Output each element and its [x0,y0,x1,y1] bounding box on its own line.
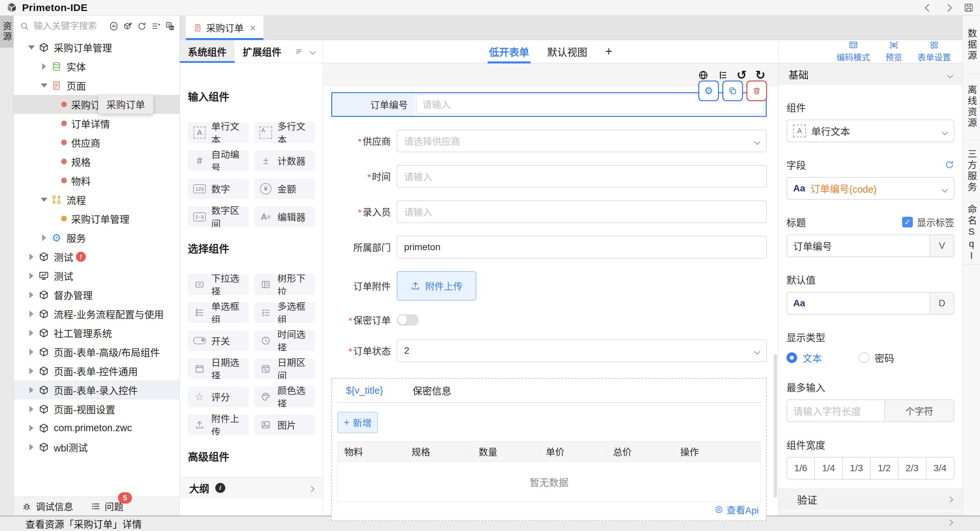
tree-item[interactable]: com.primeton.zwc [14,418,180,437]
palette-tab[interactable]: 系统组件 [180,40,235,63]
chevron-collapsed-icon[interactable] [38,63,50,70]
palette-item[interactable]: 1~3数字区间 [188,206,249,227]
component-select[interactable]: A单行文本 [786,120,954,142]
undo-icon[interactable]: ↺ [737,69,747,81]
palette-tab[interactable]: 扩展组件 [235,40,290,63]
dock-tab-3[interactable]: 三方服务 [963,140,980,202]
palette-item[interactable]: 树形下拉 [254,274,315,295]
palette-item[interactable]: 日期区间 [254,358,315,379]
width-option[interactable]: 1/4 [815,458,843,479]
search-input[interactable] [33,21,105,32]
tree-item[interactable]: 社工管理系统 [14,323,180,342]
outline-tree-icon[interactable] [717,70,728,81]
view-tab[interactable]: 默认视图 [547,40,587,63]
show-label-checkbox[interactable]: ✓显示标签 [902,216,954,229]
chevron-collapsed-icon[interactable] [26,349,37,355]
canvas-scrollbar[interactable] [774,354,777,498]
chevron-collapsed-icon[interactable] [38,235,50,241]
palette-item[interactable]: A单行文本 [188,122,249,143]
tree-item[interactable]: 订单详情 [14,114,180,133]
collapse-list-icon[interactable] [151,21,161,31]
view-api-link[interactable]: 查看Api [337,502,761,517]
code-mode-button[interactable]: 编码模式 [837,40,870,63]
ai-icon[interactable]: AI [109,21,119,31]
chevron-collapsed-icon[interactable] [26,311,37,317]
debug-info-button[interactable]: 调试信息 [22,499,73,513]
tree-item[interactable]: 规格 [14,152,180,171]
palette-item[interactable]: 单选框组 [188,302,249,323]
form-settings-mode-button[interactable]: 表单设置 [918,40,951,63]
form-field-input[interactable]: primeton [397,236,767,258]
redo-icon[interactable]: ↻ [756,69,765,81]
add-view-button[interactable]: + [605,44,612,59]
form-field-input[interactable]: 请输入 [397,165,767,188]
tree-item[interactable]: 流程 [14,190,180,209]
palette-item[interactable]: 附件上传 [188,414,249,435]
palette-collapse-chevron-icon[interactable] [310,40,315,63]
display-type-radio[interactable]: 密码 [859,351,894,365]
refresh-icon[interactable] [137,21,147,31]
field-select[interactable]: Aa订单编号(code) [786,177,954,200]
width-option[interactable]: 1/6 [787,458,815,479]
title-input[interactable]: 订单编号V [786,235,954,257]
tree-item[interactable]: 采购订单管理 [14,38,180,57]
globe-icon[interactable] [698,70,709,81]
palette-item[interactable]: 123数字 [188,178,249,199]
default-value-input[interactable]: AaD [786,292,954,315]
display-type-radio[interactable]: 文本 [786,351,822,365]
chevron-collapsed-icon[interactable] [26,425,37,431]
nav-back-button[interactable] [921,5,936,11]
width-option[interactable]: 1/2 [871,458,899,479]
nav-forward-button[interactable] [940,5,955,11]
chevron-expanded-icon[interactable] [38,198,50,202]
palette-item[interactable]: 下拉选择 [188,274,249,295]
chevron-expanded-icon[interactable] [26,45,37,49]
tree-item[interactable]: wbl测试 [14,437,180,457]
chevron-collapsed-icon[interactable] [26,254,37,260]
close-icon[interactable]: × [250,22,256,33]
form-field-select[interactable]: 请选择供应商 [397,130,767,152]
width-option[interactable]: 1/3 [843,458,871,479]
tree-item[interactable]: 督办管理 [14,285,180,304]
tree-item[interactable]: 测试! [14,247,180,266]
add-row-button[interactable]: +新增 [337,412,378,433]
dock-tab-4[interactable]: 命名Sql [963,202,980,265]
tree-item[interactable]: 实体 [14,57,180,76]
max-input[interactable]: 请输入字符长度个字符 [786,399,954,422]
save-button[interactable] [963,2,974,13]
palette-item[interactable]: A多行文本 [254,122,315,143]
subform-tab[interactable]: 保密信息 [412,384,451,398]
palette-item[interactable]: 时间选择 [254,330,315,351]
field-delete-button[interactable] [746,81,767,101]
tree-item[interactable]: 采购订单 [14,95,180,114]
form-field-select[interactable]: 2 [397,339,767,362]
default-value-dynamic-button[interactable]: D [929,293,954,314]
preview-mode-button[interactable]: 预览 [885,40,902,63]
chevron-collapsed-icon[interactable] [26,387,37,393]
palette-item[interactable]: #自动编号 [188,150,249,171]
palette-item[interactable]: ¥金额 [254,178,315,199]
dock-tab-2[interactable]: 离线资源 [963,74,980,140]
palette-item[interactable]: 图片 [254,414,315,435]
width-option[interactable]: 2/3 [899,458,926,479]
view-tab[interactable]: 低开表单 [489,40,529,63]
palette-item[interactable]: 颜色选择 [254,387,315,407]
translate-icon[interactable]: 文En [165,21,175,31]
width-option[interactable]: 3/4 [926,458,954,479]
document-tab[interactable]: 采购订单× [186,16,263,40]
tree-item[interactable]: 测试 [14,266,180,285]
tree-item[interactable]: 供应商 [14,133,180,152]
dock-tab-1[interactable]: 数据源 [963,16,980,74]
chevron-expanded-icon[interactable] [38,84,50,87]
tree-item[interactable]: 物料 [14,171,180,190]
palette-item[interactable]: A≡编辑器 [254,206,315,227]
section-验证-header[interactable]: 验证 [778,488,962,510]
chevron-collapsed-icon[interactable] [26,406,37,412]
palette-item[interactable]: 日期选择 [188,358,249,379]
tree-item[interactable]: 页面-表单-高级/布局组件 [14,342,180,361]
palette-item[interactable]: 多选框组 [254,302,315,323]
selected-form-field[interactable]: ⚙订单编号请输入 [331,92,767,117]
tree-item[interactable]: 页面 [14,76,180,95]
title-variable-button[interactable]: V [929,235,954,257]
form-field-input[interactable]: 请输入 [397,200,767,223]
